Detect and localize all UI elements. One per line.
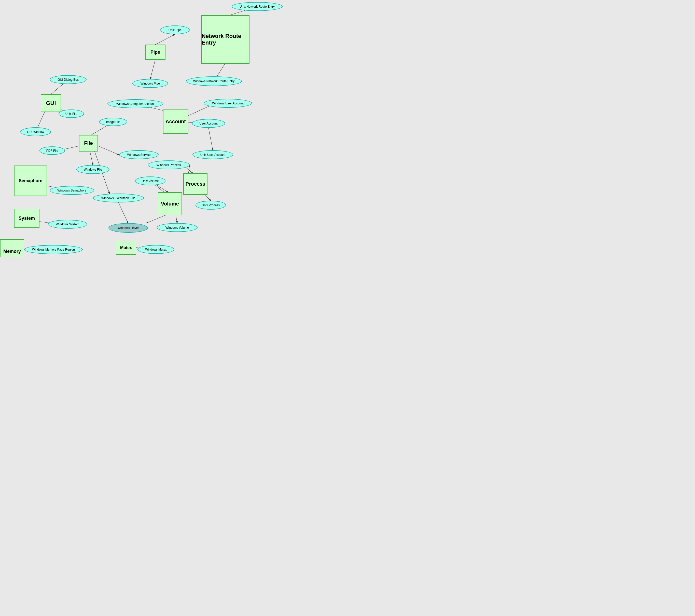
svg-line-27 [99,146,119,155]
windows-pipe-ellipse: Windows Pipe [132,79,168,88]
mutex-label: Mutex [120,246,132,250]
svg-line-15 [188,165,190,174]
account-box: Account [163,110,188,134]
windows-memory-page-region-ellipse: Windows Memory Page Region [24,245,83,254]
file-box: File [79,135,98,151]
unix-pipe-ellipse: Unix Pipe [160,26,190,34]
windows-file-label: Windows File [84,168,102,171]
unix-network-route-entry-label: Unix Network Route Entry [240,5,275,9]
user-account-label: User Account [199,122,217,125]
svg-line-19 [147,215,167,223]
image-file-ellipse: Image File [99,118,127,126]
unix-pipe-label: Unix Pipe [169,28,182,32]
gui-dialog-box-ellipse: GUI Dialog Box [50,75,87,84]
unix-network-route-entry-ellipse: Unix Network Route Entry [232,2,283,11]
process-label: Process [186,181,205,187]
windows-mutex-ellipse: Windows Mutex [137,245,174,254]
unix-user-account-label: Unix User Account [200,153,225,156]
unix-volume-label: Unix Volume [141,179,158,183]
windows-user-account-label: Windows User Account [212,102,243,105]
windows-semaphore-label: Windows Semaphore [57,189,86,192]
unix-process-ellipse: Unix Process [196,201,226,210]
windows-mutex-label: Windows Mutex [145,248,167,251]
svg-line-18 [176,215,177,223]
windows-memory-page-region-label: Windows Memory Page Region [32,248,75,251]
pdf-file-ellipse: PDF File [39,146,65,155]
unix-file-label: Unix File [65,112,78,116]
mutex-box: Mutex [116,240,136,255]
windows-service-label: Windows Service [127,153,150,156]
windows-network-route-entry-ellipse: Windows Network Route Entry [186,77,242,86]
network-route-entry-box: Network Route Entry [201,15,250,64]
image-file-label: Image File [106,120,120,124]
windows-computer-account-ellipse: Windows Computer Account [107,99,164,108]
gui-label: GUI [46,100,56,106]
gui-box: GUI [41,94,61,112]
svg-line-14 [208,128,213,150]
gui-window-ellipse: GUI Window [20,127,51,136]
svg-line-2 [155,34,175,45]
gui-window-label: GUI Window [27,130,44,134]
pdf-file-label: PDF File [46,149,58,152]
system-label: System [19,216,35,221]
unix-volume-ellipse: Unix Volume [135,177,166,185]
windows-driver-ellipse: Windows Driver [108,223,148,233]
pipe-label: Pipe [150,50,160,55]
unix-process-label: Unix Process [202,203,220,207]
windows-executable-file-label: Windows Executable File [101,196,135,200]
windows-volume-ellipse: Windows Volume [157,223,198,232]
windows-pipe-label: Windows Pipe [140,82,160,85]
memory-box: Memory [0,239,24,257]
windows-service-ellipse: Windows Service [119,150,158,159]
file-label: File [84,140,93,146]
windows-system-ellipse: Windows System [48,220,87,229]
windows-user-account-ellipse: Windows User Account [204,99,252,108]
windows-computer-account-label: Windows Computer Account [116,102,155,106]
semaphore-box: Semaphore [14,166,47,196]
windows-driver-label: Windows Driver [117,226,139,230]
unix-user-account-ellipse: Unix User Account [192,150,233,159]
svg-line-20 [118,202,128,223]
windows-semaphore-ellipse: Windows Semaphore [50,186,94,195]
volume-box: Volume [158,192,182,215]
svg-line-16 [204,194,211,201]
windows-volume-label: Windows Volume [166,226,189,230]
system-box: System [14,209,39,228]
volume-label: Volume [161,201,179,207]
windows-process-ellipse: Windows Process [148,161,190,169]
pipe-box: Pipe [145,45,166,60]
memory-label: Memory [3,249,21,254]
unix-file-ellipse: Unix File [58,110,84,118]
network-route-entry-label: Network Route Entry [202,33,249,46]
windows-executable-file-ellipse: Windows Executable File [93,194,144,202]
semaphore-label: Semaphore [19,178,43,183]
windows-file-ellipse: Windows File [77,165,109,174]
windows-process-label: Windows Process [156,163,181,167]
account-label: Account [166,119,186,124]
process-box: Process [183,173,207,195]
user-account-ellipse: User Account [192,119,225,128]
gui-dialog-box-label: GUI Dialog Box [57,78,79,82]
svg-line-3 [150,60,155,79]
windows-network-route-entry-label: Windows Network Route Entry [193,80,235,83]
windows-system-label: Windows System [56,222,79,226]
